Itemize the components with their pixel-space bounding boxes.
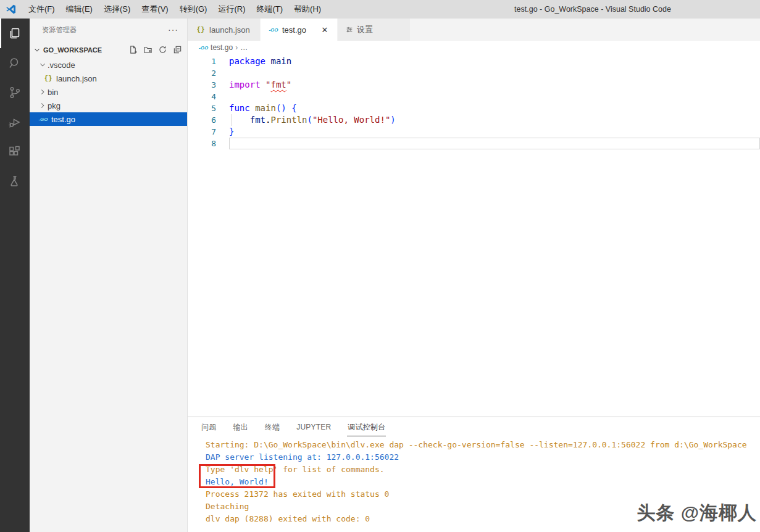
- panel-tab-输出[interactable]: 输出: [232, 418, 248, 436]
- panel-tab-调试控制台[interactable]: 调试控制台: [347, 418, 386, 436]
- json-icon: {}: [43, 75, 54, 82]
- explorer-icon[interactable]: [0, 19, 30, 48]
- line-number[interactable]: 7: [188, 126, 229, 138]
- watermark: 头条 @海椰人: [637, 501, 757, 526]
- code-line-content[interactable]: func main() {: [229, 102, 760, 114]
- console-line: Process 21372 has exited with status 0: [206, 488, 760, 501]
- line-number[interactable]: 5: [188, 102, 229, 114]
- line-number[interactable]: 1: [188, 56, 229, 67]
- tree-item-label: .vscode: [48, 60, 75, 70]
- code-line[interactable]: 3import "fmt": [188, 79, 760, 91]
- section-actions: [128, 45, 182, 56]
- tab-launch.json[interactable]: {}launch.json: [188, 19, 261, 41]
- run-debug-icon[interactable]: [0, 107, 30, 137]
- console-line: Hello, World!: [206, 476, 760, 488]
- new-folder-icon[interactable]: [143, 45, 152, 56]
- collapse-all-icon[interactable]: [173, 45, 182, 56]
- go-icon: -GO: [268, 27, 279, 33]
- chevron-right-icon: ›: [235, 43, 238, 52]
- source-control-icon[interactable]: [0, 78, 30, 107]
- title-bar: 文件(F)编辑(E)选择(S)查看(V)转到(G)运行(R)终端(T)帮助(H)…: [0, 0, 760, 19]
- breadcrumb-more[interactable]: …: [240, 43, 248, 52]
- activity-bar: [0, 19, 30, 532]
- testing-icon[interactable]: [0, 167, 30, 196]
- console-line: Starting: D:\Go_WorkSpace\bin\dlv.exe da…: [206, 439, 760, 451]
- panel-tab-bar: 问题输出终端JUPYTER调试控制台: [188, 417, 760, 437]
- new-file-icon[interactable]: [128, 45, 138, 56]
- editor-area: {}launch.json-GOtest.go✕设置 -GO test.go ›…: [188, 19, 760, 532]
- file-tree: .vscode{}launch.jsonbinpkg-GOtest.go: [30, 58, 187, 126]
- line-number[interactable]: 6: [188, 114, 229, 126]
- editor-tab-bar: {}launch.json-GOtest.go✕设置: [188, 19, 760, 41]
- menu-item[interactable]: 选择(S): [98, 0, 136, 19]
- tree-item-pkg[interactable]: pkg: [30, 99, 187, 112]
- tree-item-label: pkg: [48, 101, 61, 110]
- code-line[interactable]: 6 fmt.Println("Hello, World!"): [188, 114, 760, 126]
- chevron-right-icon: [38, 87, 48, 97]
- extensions-icon[interactable]: [0, 137, 30, 167]
- code-line[interactable]: 2: [188, 67, 760, 79]
- panel-tab-JUPYTER[interactable]: JUPYTER: [296, 419, 332, 435]
- tree-item-.vscode[interactable]: .vscode: [30, 58, 187, 72]
- tree-item-label: bin: [48, 88, 58, 97]
- breadcrumb: -GO test.go › …: [188, 41, 760, 54]
- code-editor[interactable]: 1package main23import "fmt"45func main()…: [188, 54, 760, 417]
- go-icon: -GO: [199, 45, 208, 51]
- tree-item-label: launch.json: [56, 74, 97, 83]
- search-icon[interactable]: [0, 48, 30, 78]
- panel-tab-终端[interactable]: 终端: [264, 418, 280, 436]
- code-line-content[interactable]: package main: [229, 56, 760, 67]
- console-line: Type 'dlv help' for list of commands.: [206, 463, 760, 476]
- menu-item[interactable]: 查看(V): [136, 0, 173, 19]
- line-number[interactable]: 4: [188, 91, 229, 102]
- menu-bar: 文件(F)编辑(E)选择(S)查看(V)转到(G)运行(R)终端(T)帮助(H): [23, 0, 327, 19]
- code-line-content[interactable]: [229, 91, 760, 102]
- code-line-content[interactable]: [229, 138, 760, 149]
- menu-item[interactable]: 文件(F): [23, 0, 61, 19]
- code-line-content[interactable]: fmt.Println("Hello, World!"): [229, 114, 760, 126]
- menu-item[interactable]: 编辑(E): [61, 0, 98, 19]
- panel-tab-问题[interactable]: 问题: [201, 418, 217, 436]
- tree-item-bin[interactable]: bin: [30, 85, 187, 99]
- window-title: test.go - Go_WorkSpace - Visual Studio C…: [463, 0, 722, 19]
- code-line[interactable]: 1package main: [188, 56, 760, 67]
- tab-label: 设置: [357, 24, 373, 35]
- line-number[interactable]: 3: [188, 79, 229, 91]
- tab-label: launch.json: [209, 25, 250, 35]
- code-line[interactable]: 5func main() {: [188, 102, 760, 114]
- console-line: DAP server listening at: 127.0.0.1:56022: [206, 451, 760, 463]
- menu-item[interactable]: 帮助(H): [288, 0, 327, 19]
- tree-item-test.go[interactable]: -GOtest.go: [30, 112, 187, 126]
- line-number[interactable]: 8: [188, 138, 229, 149]
- code-line-content[interactable]: [229, 67, 760, 79]
- tree-item-label: test.go: [51, 115, 75, 124]
- go-icon: -GO: [38, 117, 49, 122]
- code-line-content[interactable]: import "fmt": [229, 79, 760, 91]
- chevron-right-icon: [38, 101, 48, 110]
- refresh-icon[interactable]: [158, 45, 167, 56]
- close-icon[interactable]: ✕: [320, 25, 330, 35]
- settings-sliders-icon: [345, 25, 354, 34]
- tree-item-launch.json[interactable]: {}launch.json: [30, 72, 187, 85]
- chevron-down-icon: [32, 45, 42, 55]
- code-line[interactable]: 4: [188, 91, 760, 102]
- sidebar-header: 资源管理器 ···: [30, 19, 187, 39]
- menu-item[interactable]: 终端(T): [251, 0, 288, 19]
- tab-设置[interactable]: 设置: [338, 19, 411, 41]
- explorer-sidebar: 资源管理器 ··· GO_WORKSPACE .vscode{}launch.j…: [30, 19, 188, 532]
- workbench: 资源管理器 ··· GO_WORKSPACE .vscode{}launch.j…: [0, 19, 760, 532]
- chevron-down-icon: [38, 60, 48, 70]
- breadcrumb-file[interactable]: test.go: [211, 43, 233, 52]
- code-line[interactable]: 7}: [188, 126, 760, 138]
- tab-label: test.go: [282, 25, 306, 35]
- vscode-logo-icon: [6, 4, 17, 15]
- tab-test.go[interactable]: -GOtest.go✕: [261, 19, 338, 41]
- code-line[interactable]: 8: [188, 138, 760, 149]
- code-line-content[interactable]: }: [229, 126, 760, 138]
- menu-item[interactable]: 转到(G): [174, 0, 213, 19]
- menu-item[interactable]: 运行(R): [212, 0, 251, 19]
- more-actions-icon[interactable]: ···: [168, 25, 178, 35]
- line-number[interactable]: 2: [188, 67, 229, 79]
- sidebar-title: 资源管理器: [42, 25, 77, 35]
- workspace-section-header[interactable]: GO_WORKSPACE: [30, 43, 187, 57]
